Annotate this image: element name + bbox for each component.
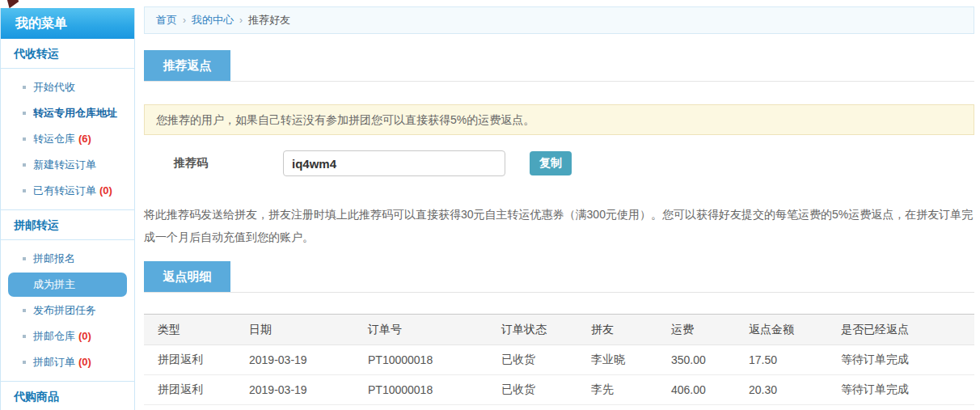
sidebar-item-existing-transfer-orders[interactable]: 已有转运订单(0) [1,178,134,204]
col-order-number: 订单号 [354,315,488,345]
col-rebate-status: 是否已经返点 [827,315,974,345]
col-type: 类型 [144,315,235,345]
logo-fragment [7,0,19,8]
col-date: 日期 [235,315,354,345]
sidebar-item-warehouse-address[interactable]: 转运专用仓库地址 [1,100,134,126]
copy-button[interactable]: 复制 [530,151,572,175]
col-shipping-fee: 运费 [657,315,735,345]
sidebar-item-become-group-leader[interactable]: 成为拼主 [8,273,127,297]
cell-date: 2019-03-19 [235,375,354,405]
sidebar-item-group-mail-warehouse[interactable]: 拼邮仓库(0) [1,323,134,349]
sidebar-section-group-mail: 拼邮转运 [1,210,134,240]
tab-rebate-details: 返点明细 [144,261,230,292]
cell-type: 拼团返利 [144,345,235,375]
col-rebate-amount: 返点金额 [735,315,827,345]
rebate-table: 类型 日期 订单号 订单状态 拼友 运费 返点金额 是否已经返点 拼团返利 20… [144,314,974,405]
sidebar-section-purchasing: 代购商品 [1,382,134,410]
sidebar-item-group-mail-orders[interactable]: 拼邮订单(0) [1,349,134,375]
table-header-row: 类型 日期 订单号 订单状态 拼友 运费 返点金额 是否已经返点 [144,315,974,345]
referral-code-row: 推荐码 复制 [144,150,974,176]
col-order-status: 订单状态 [488,315,577,345]
sidebar-item-new-transfer-order[interactable]: 新建转运订单 [1,152,134,178]
table-row: 拼团返利 2019-03-19 PT10000018 已收货 李业晓 350.0… [144,345,974,375]
cell-type: 拼团返利 [144,375,235,405]
referral-code-label: 推荐码 [174,156,283,171]
sidebar-section-forwarding: 代收转运 [1,39,134,69]
cell-rebate-status: 等待订单完成 [827,345,974,375]
main-content: 首页›我的中心›推荐好友 推荐返点 您推荐的用户，如果自己转运没有参加拼团您可以… [144,6,974,405]
breadcrumb-separator: › [239,15,243,26]
sidebar-item-publish-group-task[interactable]: 发布拼团任务 [1,298,134,323]
section-header-bar: 推荐返点 [144,50,974,82]
section-header-bar: 返点明细 [144,261,974,293]
cell-shipping-fee: 350.00 [657,345,735,375]
cell-rebate-status: 等待订单完成 [827,375,974,405]
cell-order-number: PT10000018 [354,375,488,405]
col-friend: 拼友 [577,315,657,345]
cell-shipping-fee: 406.00 [657,375,735,405]
breadcrumb-home-link[interactable]: 首页 [156,14,177,26]
cell-rebate-amount: 17.50 [735,345,827,375]
count-badge: (0) [78,330,91,342]
cell-order-status: 已收货 [488,345,577,375]
sidebar-group-group-mail: 拼邮报名 成为拼主 发布拼团任务 拼邮仓库(0) 拼邮订单(0) [1,240,134,382]
count-badge: (6) [78,133,91,145]
sidebar-group-forwarding: 开始代收 转运专用仓库地址 转运仓库(6) 新建转运订单 已有转运订单(0) [1,69,134,210]
sidebar-item-transfer-warehouse[interactable]: 转运仓库(6) [1,126,134,152]
cell-rebate-amount: 20.30 [735,375,827,405]
cell-friend: 李业晓 [577,345,657,375]
cell-order-number: PT10000018 [354,345,488,375]
cell-date: 2019-03-19 [235,345,354,375]
breadcrumb-current: 推荐好友 [248,14,290,26]
count-badge: (0) [78,356,91,368]
breadcrumb-my-center-link[interactable]: 我的中心 [192,14,234,26]
sidebar-item-start-receiving[interactable]: 开始代收 [1,74,134,100]
count-badge: (0) [99,184,112,197]
table-row: 拼团返利 2019-03-19 PT10000018 已收货 李先 406.00… [144,375,974,405]
sidebar: 我的菜单 代收转运 开始代收 转运专用仓库地址 转运仓库(6) 新建转运订单 已… [0,8,135,410]
breadcrumb: 首页›我的中心›推荐好友 [144,6,974,34]
sidebar-item-group-mail-signup[interactable]: 拼邮报名 [1,246,134,272]
rebate-notice: 您推荐的用户，如果自己转运没有参加拼团您可以直接获得5%的运费返点。 [144,104,974,135]
cell-order-status: 已收货 [488,375,577,405]
tab-referral-rebate: 推荐返点 [144,50,230,81]
breadcrumb-separator: › [183,15,186,26]
referral-code-input[interactable] [283,150,505,176]
cell-friend: 李先 [577,375,657,405]
sidebar-title: 我的菜单 [1,8,134,39]
referral-description: 将此推荐码发送给拼友，拼友注册时填上此推荐码可以直接获得30元自主转运优惠券（满… [144,203,974,248]
